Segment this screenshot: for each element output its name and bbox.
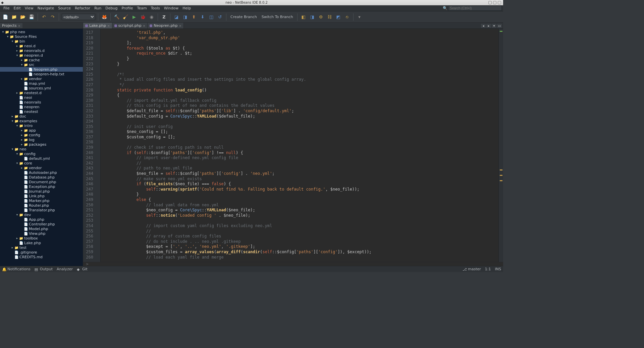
tree-twisty-icon[interactable]: ▸ [20,138,23,141]
tree-item[interactable]: ▸📁packages [0,142,83,147]
redo-icon[interactable]: ↷ [49,14,56,20]
menu-view[interactable]: View [23,6,36,11]
tree-item[interactable]: ▸📁log [0,137,83,142]
git-diff-icon[interactable]: ◪ [173,14,180,20]
global-search-input[interactable] [448,6,502,11]
tree-item[interactable]: ▾📁dev [0,212,83,217]
git-pull-icon[interactable]: ⬇ [199,14,206,20]
git-misc1-icon[interactable]: ◧ [300,14,307,20]
tab-close-icon[interactable]: × [179,24,181,27]
tree-item[interactable]: ▾📁config [0,151,83,156]
tree-item[interactable]: ▸📁app [0,128,83,133]
tree-item[interactable]: 📄Document.php [0,180,83,184]
tree-item[interactable]: ▾📁src [0,62,83,67]
save-all-icon[interactable]: 💾 [28,14,35,20]
menu-file[interactable]: File [1,6,11,11]
git-revert-icon[interactable]: ↺ [217,14,223,20]
run-icon[interactable]: ▶ [131,14,138,20]
menu-debug[interactable]: Debug [103,6,119,11]
tree-item[interactable]: ▾📁intro [0,123,83,128]
new-project-icon[interactable]: 📁 [11,14,17,20]
undo-icon[interactable]: ↶ [41,14,47,20]
tree-twisty-icon[interactable]: ▸ [15,91,19,94]
tab-max-icon[interactable]: ▭ [497,24,502,28]
status-notifications[interactable]: 🔔 Notifications [2,267,31,271]
tree-twisty-icon[interactable]: ▾ [1,30,5,33]
tree-item[interactable]: ▾📁php neo [0,29,83,34]
tree-item[interactable]: ▾📁bin [0,39,83,44]
tree-item[interactable]: ▸📁neotest.d [0,90,83,95]
tree-twisty-icon[interactable]: ▸ [20,133,23,137]
tree-item[interactable]: 📄neopren-help.txt [0,72,83,76]
tree-twisty-icon[interactable]: ▸ [20,129,23,132]
tree-twisty-icon[interactable]: ▸ [20,77,23,80]
editor-tab[interactable]: scriphpt.php× [112,23,148,28]
error-stripe[interactable] [498,29,503,262]
tree-item[interactable]: 📄Neopren.php [0,67,83,72]
tab-next-icon[interactable]: ▸ [486,24,491,28]
tree-item[interactable]: 📄Model.php [0,226,83,231]
tree-item[interactable]: ▸📁config [0,133,83,137]
git-misc6-icon[interactable]: ⎋ [344,14,351,20]
zen-icon[interactable]: Z [161,14,167,20]
tree-twisty-icon[interactable]: ▸ [15,49,19,52]
tree-item[interactable]: 📄Link.php [0,194,83,198]
tree-item[interactable]: ▾📁Source Files [0,34,83,39]
open-project-icon[interactable]: 📂 [19,14,26,20]
tree-item[interactable]: 📄CREDITS.md [0,255,83,259]
tree-twisty-icon[interactable]: ▾ [11,147,14,151]
projects-tab[interactable]: Projects × [0,23,22,28]
tree-twisty-icon[interactable]: ▾ [15,124,19,127]
tree-twisty-icon[interactable]: ▾ [15,213,19,216]
tree-item[interactable]: 📄default.yml [0,156,83,161]
tree-item[interactable]: ▸📁toolbox [0,236,83,240]
tree-item[interactable]: 📄Marker.php [0,198,83,203]
tree-twisty-icon[interactable]: ▸ [20,143,23,146]
menu-source[interactable]: Source [56,6,73,11]
tree-item[interactable]: ▸📁vendor [0,76,83,81]
maximize-icon[interactable] [493,1,496,4]
tree-item[interactable]: ▸📁vendor [0,165,83,170]
git-misc4-icon[interactable]: ⛓ [326,14,333,20]
clean-build-icon[interactable]: 🧹 [122,14,129,20]
tree-twisty-icon[interactable]: ▸ [20,58,23,62]
menu-profile[interactable]: Profile [119,6,135,11]
tree-item[interactable]: 📄Controller.php [0,222,83,226]
tree-item[interactable]: ▸📁cache [0,58,83,62]
tree-item[interactable]: ▾📁examples [0,119,83,123]
code-editor[interactable]: 'trail.php', 'var_dump_str.php' ]; forea… [105,29,498,262]
tree-item[interactable]: 📄Translator.php [0,208,83,212]
git-misc3-icon[interactable]: ⚙ [318,14,324,20]
tab-close-icon[interactable]: × [143,24,146,27]
toolbar-overflow-icon[interactable]: ▾ [356,14,363,20]
tree-item[interactable]: ▾📁core [0,161,83,165]
tree-item[interactable]: 📄neoi [0,95,83,100]
tree-item[interactable]: 📄View.php [0,231,83,236]
menu-tools[interactable]: Tools [149,6,162,11]
tab-close-icon[interactable]: × [107,24,110,27]
tree-twisty-icon[interactable]: ▾ [6,35,9,38]
tree-item[interactable]: 📄App.php [0,217,83,222]
tree-twisty-icon[interactable]: ▸ [15,236,19,240]
tree-item[interactable]: 📄Journal.php [0,189,83,194]
tree-twisty-icon[interactable]: ▾ [11,40,14,43]
tree-item[interactable]: 📄map.yml [0,81,83,86]
minimize-icon[interactable] [488,1,492,4]
create-branch-button[interactable]: Create Branch [229,15,258,19]
menu-navigate[interactable]: Navigate [36,6,56,11]
browser-icon[interactable]: 🦊 [101,14,108,20]
menu-help[interactable]: Help [180,6,193,11]
window-controls[interactable] [488,1,503,4]
tab-prev-icon[interactable]: ◂ [481,24,486,28]
git-commit-icon[interactable]: ◨ [182,14,189,20]
tab-list-icon[interactable]: ▾ [492,24,496,28]
menu-refactor[interactable]: Refactor [73,6,92,11]
tree-item[interactable]: ▸📁doc [0,114,83,119]
tree-twisty-icon[interactable]: ▸ [11,246,14,249]
tree-twisty-icon[interactable]: ▸ [15,44,19,48]
tree-item[interactable]: ▸📁neonrails.d [0,48,83,53]
status-branch[interactable]: ⎇ master [463,267,481,271]
tree-item[interactable]: 📄neotest [0,109,83,114]
build-icon[interactable]: 🔨 [113,14,120,20]
tree-item[interactable]: ▸📁test [0,245,83,250]
